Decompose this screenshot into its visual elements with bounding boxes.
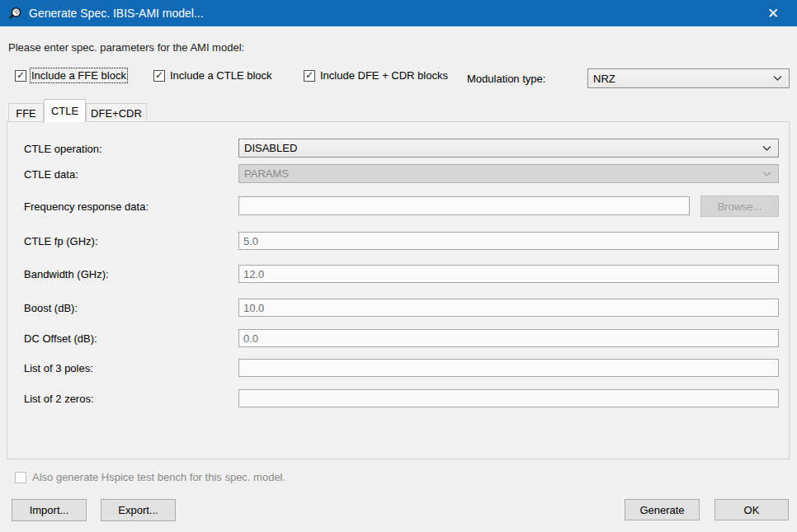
ctle-operation-select[interactable]: DISABLED: [238, 139, 779, 158]
ok-button[interactable]: OK: [714, 499, 789, 520]
generate-button[interactable]: Generate: [625, 499, 700, 520]
form-row: Boost (dB):: [7, 299, 789, 317]
form-row: List of 3 poles:: [7, 359, 789, 377]
check-icon: ✓: [17, 70, 25, 80]
dialog-window: Generate Spec. IBIS-AMI model... ✕ Pleas…: [0, 0, 797, 532]
modulation-type-label: Modulation type:: [467, 73, 545, 85]
checkbox-box: ✓: [304, 70, 315, 82]
include-ctle-label: Include a CTLE block: [170, 69, 272, 82]
zeros-list-label: List of 2 zeros:: [24, 393, 94, 405]
boost-label: Boost (dB):: [24, 302, 78, 314]
chevron-down-icon: [762, 171, 771, 177]
ctle-data-label: CTLE data:: [24, 167, 78, 180]
hspice-testbench-label: Also generate Hspice test bench for this…: [32, 471, 285, 483]
checkbox-box: [15, 472, 26, 483]
browse-button: Browse...: [700, 195, 779, 217]
check-icon: ✓: [155, 70, 163, 80]
checkbox-box: ✓: [153, 70, 165, 82]
dc-offset-input: [238, 329, 779, 347]
ctle-operation-value: DISABLED: [244, 142, 297, 154]
instruction-text: Please enter spec. parameters for the AM…: [8, 41, 244, 54]
window-title: Generate Spec. IBIS-AMI model...: [29, 7, 204, 20]
modulation-type-select[interactable]: NRZ: [587, 68, 790, 88]
export-button[interactable]: Export...: [101, 499, 176, 521]
magnifier-app-icon: [7, 6, 22, 21]
tab-ffe[interactable]: FFE: [8, 103, 44, 122]
form-row: List of 2 zeros:: [7, 389, 789, 407]
modulation-type-value: NRZ: [593, 73, 615, 85]
poles-list-label: List of 3 poles:: [24, 362, 93, 374]
frequency-response-data-label: Frequency response data:: [24, 200, 149, 213]
form-row: DC Offset (dB):: [7, 329, 789, 347]
chevron-down-icon: [762, 145, 771, 151]
boost-input: [238, 299, 779, 317]
import-button[interactable]: Import...: [12, 499, 87, 521]
title-bar: Generate Spec. IBIS-AMI model... ✕: [0, 0, 797, 26]
form-row: Frequency response data: Browse...: [7, 195, 789, 217]
ctle-fp-label: CTLE fp (GHz):: [24, 235, 98, 247]
form-row: CTLE data: PARAMS: [7, 164, 789, 183]
hspice-testbench-checkbox: Also generate Hspice test bench for this…: [15, 471, 285, 483]
tab-ctle[interactable]: CTLE: [44, 99, 86, 122]
close-button[interactable]: ✕: [749, 0, 797, 26]
checkbox-box: ✓: [15, 70, 26, 82]
form-row: Bandwidth (GHz):: [7, 265, 789, 283]
bandwidth-label: Bandwidth (GHz):: [24, 268, 109, 280]
form-row: CTLE operation: DISABLED: [7, 139, 789, 158]
ctle-data-select: PARAMS: [238, 164, 779, 183]
include-dfe-cdr-checkbox[interactable]: ✓ Include DFE + CDR blocks: [304, 69, 448, 82]
frequency-response-data-input: [238, 196, 690, 215]
include-ctle-checkbox[interactable]: ✓ Include a CTLE block: [153, 69, 272, 82]
zeros-list-input: [238, 389, 779, 407]
poles-list-input: [238, 359, 779, 377]
include-dfe-cdr-label: Include DFE + CDR blocks: [320, 69, 448, 82]
ctle-operation-label: CTLE operation:: [24, 142, 102, 154]
check-icon: ✓: [305, 70, 314, 80]
dc-offset-label: DC Offset (dB):: [24, 332, 97, 345]
chevron-down-icon: [773, 76, 782, 82]
ctle-data-value: PARAMS: [244, 167, 289, 180]
ctle-tab-panel: CTLE operation: DISABLED CTLE data: PARA…: [7, 121, 790, 459]
include-ffe-checkbox[interactable]: ✓ Include a FFE block: [15, 69, 126, 82]
bandwidth-input: [238, 265, 779, 283]
tab-dfe-cdr[interactable]: DFE+CDR: [86, 103, 147, 122]
include-ffe-label: Include a FFE block: [31, 69, 126, 82]
ctle-fp-input: [238, 232, 779, 250]
form-row: CTLE fp (GHz):: [7, 232, 789, 250]
